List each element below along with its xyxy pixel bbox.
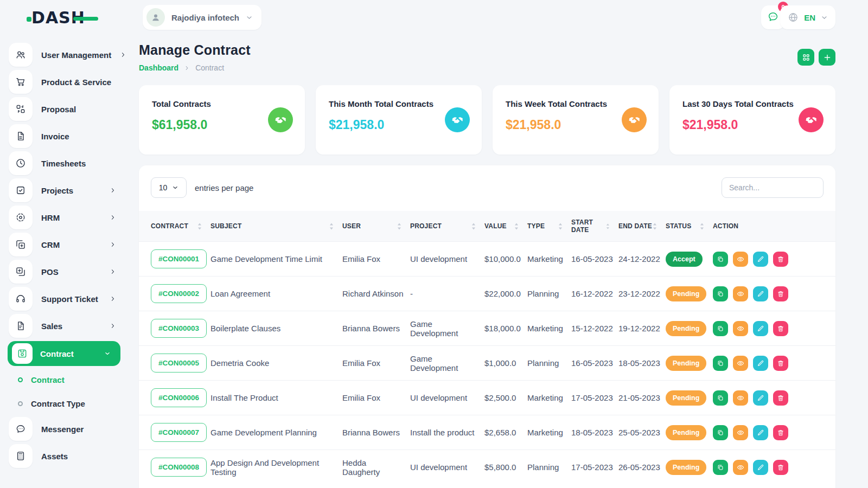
cell-status: Pending (666, 450, 713, 485)
proposal-icon-box (9, 97, 33, 121)
column-header-value[interactable]: VALUE (484, 211, 527, 242)
edit-button[interactable] (753, 286, 768, 301)
delete-button[interactable] (773, 252, 788, 267)
column-header-subject[interactable]: SUBJECT (210, 211, 342, 242)
handshake-icon (629, 114, 640, 126)
sidebar-item-timesheets[interactable]: Timesheets (0, 150, 130, 177)
view-button[interactable] (733, 390, 748, 406)
sort-icon[interactable] (329, 223, 334, 230)
delete-button[interactable] (773, 460, 788, 475)
duplicate-button[interactable] (713, 252, 728, 267)
add-contract-button[interactable] (819, 49, 835, 66)
column-header-start-date[interactable]: START DATE (571, 211, 618, 242)
duplicate-button[interactable] (713, 460, 728, 475)
sidebar-subitem-contract[interactable]: Contract (0, 368, 130, 391)
sidebar-item-invoice[interactable]: Invoice (0, 123, 130, 150)
contract-id-link[interactable]: #CON00007 (151, 423, 207, 442)
sidebar-item-hrm[interactable]: HRM (0, 204, 130, 231)
column-header-status[interactable]: STATUS (666, 211, 713, 242)
view-button[interactable] (733, 356, 748, 371)
column-header-type[interactable]: TYPE (527, 211, 571, 242)
sales-icon-box (9, 314, 33, 338)
delete-button[interactable] (773, 286, 788, 301)
edit-button[interactable] (753, 356, 768, 371)
duplicate-button[interactable] (713, 425, 728, 440)
sidebar-item-support-ticket[interactable]: Support Ticket (0, 285, 130, 312)
chevron-right-icon (110, 187, 116, 194)
duplicate-button[interactable] (713, 321, 728, 336)
eye-icon (737, 290, 744, 298)
workspace-switcher[interactable]: Rajodiya infotech (143, 5, 261, 30)
edit-button[interactable] (753, 460, 768, 475)
cell-project: UI development (410, 450, 484, 485)
sidebar-item-messenger[interactable]: Messenger (0, 415, 130, 442)
sort-icon[interactable] (653, 223, 657, 230)
chevron-right-icon (110, 268, 116, 275)
contract-id-link[interactable]: #CON00008 (151, 458, 207, 477)
delete-button[interactable] (773, 356, 788, 371)
cell-user: Richard Atkinson (342, 277, 410, 311)
page-title: Manage Contract (139, 42, 251, 58)
edit-button[interactable] (753, 252, 768, 267)
sidebar-item-sales[interactable]: Sales (0, 312, 130, 339)
sort-icon[interactable] (471, 223, 476, 230)
edit-button[interactable] (753, 390, 768, 406)
sidebar-item-user-management[interactable]: User Management (0, 41, 130, 68)
column-header-project[interactable]: PROJECT (410, 211, 484, 242)
delete-button[interactable] (773, 425, 788, 440)
contract-id-link[interactable]: #CON00001 (151, 249, 207, 268)
contract-id-link[interactable]: #CON00003 (151, 319, 207, 338)
sidebar-item-pos[interactable]: POS (0, 258, 130, 285)
delete-button[interactable] (773, 321, 788, 336)
users-icon-box (9, 43, 33, 67)
sidebar-item-assets[interactable]: Assets (0, 442, 130, 470)
edit-button[interactable] (753, 321, 768, 336)
sidebar-item-projects[interactable]: Projects (0, 177, 130, 204)
cell-action (713, 277, 835, 311)
search-input[interactable] (722, 177, 824, 198)
sidebar-item-contract[interactable]: Contract (8, 341, 120, 366)
chevron-down-icon (172, 184, 178, 191)
view-button[interactable] (733, 321, 748, 336)
breadcrumb-dashboard-link[interactable]: Dashboard (139, 63, 178, 72)
entries-label: entries per page (195, 183, 253, 192)
chevron-right-icon (110, 296, 116, 302)
cell-user: Brianna Bowers (342, 311, 410, 346)
eye-icon (737, 359, 744, 367)
sidebar-item-crm[interactable]: CRM (0, 231, 130, 258)
sort-icon[interactable] (558, 223, 563, 230)
cell-action (713, 311, 835, 346)
sidebar: User ManagementProduct & ServiceProposal… (0, 35, 130, 488)
sort-icon[interactable] (397, 223, 401, 230)
sidebar-item-proposal[interactable]: Proposal (0, 95, 130, 123)
sidebar-subitem-contract-type[interactable]: Contract Type (0, 391, 130, 415)
duplicate-button[interactable] (713, 390, 728, 406)
delete-button[interactable] (773, 390, 788, 406)
contract-id-link[interactable]: #CON00006 (151, 388, 207, 407)
contract-id-link[interactable]: #CON00002 (151, 284, 207, 303)
sort-icon[interactable] (606, 223, 610, 230)
view-button[interactable] (733, 460, 748, 475)
view-button[interactable] (733, 252, 748, 267)
trash-icon (777, 359, 784, 367)
column-header-end-date[interactable]: END DATE (618, 211, 666, 242)
cell-action (713, 346, 835, 381)
duplicate-button[interactable] (713, 356, 728, 371)
edit-button[interactable] (753, 425, 768, 440)
grid-view-button[interactable] (797, 49, 814, 66)
cart-icon-box (9, 70, 33, 94)
language-selector[interactable]: EN (780, 5, 835, 29)
view-button[interactable] (733, 425, 748, 440)
duplicate-button[interactable] (713, 286, 728, 301)
view-button[interactable] (733, 286, 748, 301)
sort-icon[interactable] (514, 223, 519, 230)
sidebar-item-product-service[interactable]: Product & Service (0, 68, 130, 95)
stat-card-last-30-days-total-contracts: Last 30 Days Total Contracts$21,958.0 (669, 85, 835, 155)
page-size-select[interactable]: 10 (151, 177, 187, 198)
sort-icon[interactable] (197, 223, 202, 230)
column-header-contract[interactable]: CONTRACT (139, 211, 210, 242)
headset-icon-box (9, 287, 33, 311)
sort-icon[interactable] (700, 223, 704, 230)
contract-id-link[interactable]: #CON00005 (151, 354, 207, 373)
column-header-user[interactable]: USER (342, 211, 410, 242)
